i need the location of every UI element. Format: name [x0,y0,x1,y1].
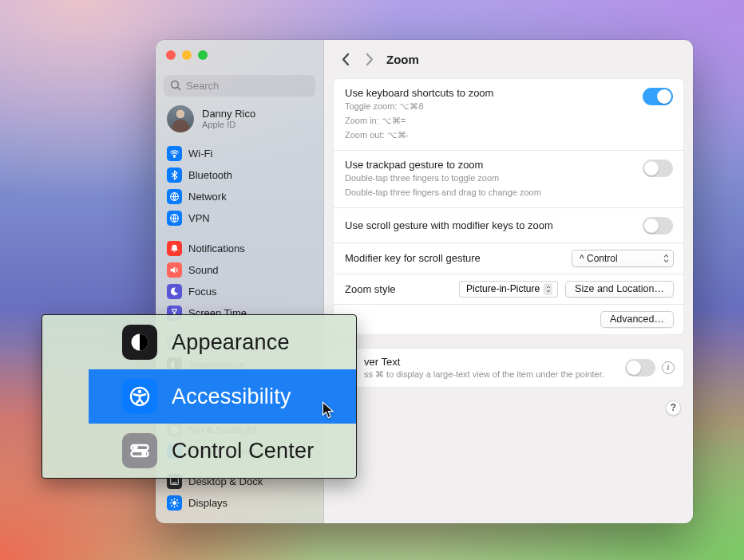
svg-point-26 [138,390,142,394]
sound-icon [167,262,182,278]
bell-icon [167,241,182,256]
pip-item-label: Appearance [172,330,290,355]
back-button[interactable] [337,50,354,68]
modifier-key-row: Modifier key for scroll gesture ^ Contro… [334,243,683,274]
sidebar-item-network[interactable]: Network [162,186,317,207]
zoom-style-row: Zoom style Picture-in-Picture Size and L… [334,274,683,305]
wifi-icon [167,146,182,161]
help-button[interactable]: ? [666,400,681,416]
sidebar-item-notifications[interactable]: Notifications [162,238,317,259]
sidebar-item-label: Network [188,191,227,203]
trackpad-sub-1: Double-tap three fingers and drag to cha… [345,187,541,199]
pip-item-control-center[interactable]: Control Center [89,424,356,478]
hover-text-panel: ver Text ss ⌘ to display a large-text vi… [333,348,684,388]
sidebar-item-label: Wi-Fi [188,148,212,160]
controlcenter-icon [122,433,157,468]
window-controls [156,40,323,68]
search-icon [169,79,182,92]
advanced-row: Advanced… [334,305,683,334]
pip-item-appearance[interactable]: Appearance [89,315,356,369]
bluetooth-icon [167,168,182,183]
modkey-label: Modifier key for scroll gesture [345,252,481,264]
style-value: Picture-in-Picture [466,283,540,294]
trackpad-label: Use trackpad gesture to zoom [345,159,541,171]
trackpad-switch[interactable] [643,160,673,177]
fullscreen-button[interactable] [198,50,208,60]
network-icon [167,189,182,204]
moon-icon [167,284,182,299]
svg-point-0 [172,81,179,89]
sidebar-item-label: Displays [188,497,228,509]
svg-line-21 [176,505,177,506]
modkey-value: ^ Control [580,253,618,264]
avatar [167,105,194,132]
hover-title: ver Text [364,356,604,368]
sidebar-item-label: Bluetooth [188,169,232,181]
kb-sub-0: Toggle zoom: ⌥⌘8 [345,101,493,113]
sidebar-item-label: VPN [188,212,210,224]
sidebar-item-label: Sound [188,264,219,276]
svg-point-29 [134,446,137,449]
sidebar-item-label: Notifications [188,243,245,254]
advanced-button[interactable]: Advanced… [600,311,674,328]
sidebar-item-vpn[interactable]: VPN [162,207,317,229]
minimize-button[interactable] [182,50,192,60]
kb-sub-2: Zoom out: ⌥⌘- [345,129,493,142]
scroll-label: Use scroll gesture with modifier keys to… [345,219,553,231]
svg-line-20 [171,499,172,500]
accessibility-icon [122,379,157,414]
svg-line-22 [171,505,172,506]
hover-switch[interactable] [625,359,655,377]
svg-line-23 [176,499,177,500]
keyboard-shortcuts-row: Use keyboard shortcuts to zoom Toggle zo… [334,79,683,151]
pip-item-label: Accessibility [172,385,291,409]
style-select[interactable]: Picture-in-Picture [459,281,558,298]
search-input[interactable] [164,75,315,97]
user-name: Danny Rico [202,108,255,120]
info-icon[interactable]: i [662,361,675,374]
user-sub: Apple ID [202,120,255,129]
page-title: Zoom [386,53,419,66]
svg-rect-14 [172,483,177,484]
svg-line-1 [178,87,181,90]
displays-icon [167,495,182,511]
scroll-switch[interactable] [643,217,673,235]
kb-switch[interactable] [643,88,673,105]
hover-desc: ss ⌘ to display a large-text view of the… [364,369,604,380]
trackpad-sub-0: Double-tap three fingers to toggle zoom [345,172,541,185]
pip-item-label: Control Center [172,439,314,463]
apple-id-row[interactable]: Danny Rico Apple ID [156,104,323,140]
sidebar-item-bluetooth[interactable]: Bluetooth [162,164,317,186]
kb-label: Use keyboard shortcuts to zoom [345,87,493,99]
zoom-options-panel: Use keyboard shortcuts to zoom Toggle zo… [333,78,684,335]
vpn-icon [167,211,182,226]
zoom-pip-window: AppearanceAccessibilityControl Center [42,314,357,479]
modkey-select[interactable]: ^ Control [572,250,674,267]
sidebar-item-wi-fi[interactable]: Wi-Fi [162,143,317,164]
svg-point-30 [143,452,146,455]
svg-point-2 [174,156,175,157]
sidebar-item-sound[interactable]: Sound [162,259,317,281]
size-location-button[interactable]: Size and Location… [565,281,674,298]
pip-item-accessibility[interactable]: Accessibility [89,369,356,424]
cursor-icon [322,401,337,423]
sidebar-item-label: Focus [188,286,216,298]
trackpad-gesture-row: Use trackpad gesture to zoom Double-tap … [334,151,683,208]
close-button[interactable] [166,50,176,60]
content-area: Zoom Use keyboard shortcuts to zoom Togg… [324,40,693,523]
svg-point-15 [172,501,176,505]
sidebar-item-focus[interactable]: Focus [162,281,317,302]
content-header: Zoom [324,40,693,78]
sidebar-item-displays[interactable]: Displays [162,492,317,514]
style-label: Zoom style [345,283,396,295]
scroll-gesture-row: Use scroll gesture with modifier keys to… [334,208,683,243]
appearance-icon [122,325,157,360]
forward-button[interactable] [360,50,378,68]
search-field[interactable] [164,75,315,97]
kb-sub-1: Zoom in: ⌥⌘= [345,115,493,128]
